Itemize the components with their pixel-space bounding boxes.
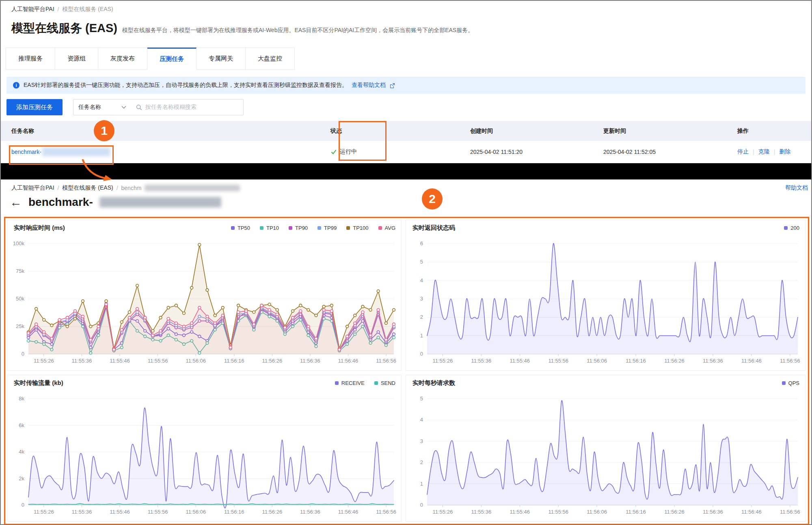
legend-item-TP90[interactable]: TP90 — [289, 225, 308, 231]
response-time-chart[interactable]: 025k50k75k100k11:55:2611:55:3611:55:4611… — [8, 236, 400, 369]
legend-item-RECEIVE[interactable]: RECEIVE — [335, 380, 365, 386]
svg-text:11:55:56: 11:55:56 — [148, 358, 168, 364]
detail-title-redacted — [99, 197, 221, 207]
svg-text:11:55:56: 11:55:56 — [148, 509, 168, 515]
svg-text:3: 3 — [420, 438, 423, 444]
svg-text:11:55:36: 11:55:36 — [72, 509, 92, 515]
svg-text:50k: 50k — [16, 296, 24, 302]
legend-swatch — [346, 226, 350, 230]
col-created: 创建时间 — [470, 127, 603, 135]
page-subtitle: 模型在线服务平台，将模型一键部署为在线推理服务或AI-Web应用。EAS目前不区… — [122, 27, 473, 34]
annotation-arrow — [78, 158, 117, 183]
status-badge: 运行中 — [340, 148, 357, 156]
task-detail-section: 人工智能平台PAI / 模型在线服务 (EAS) / benchm 帮助文档 ←… — [1, 179, 811, 525]
add-stress-task-button[interactable]: 添加压测任务 — [6, 99, 63, 115]
breadcrumb-item-eas[interactable]: 模型在线服务 (EAS) — [62, 184, 113, 192]
legend-item-200[interactable]: 200 — [784, 225, 799, 231]
search-input[interactable]: 按任务名称模糊搜索 — [131, 104, 243, 111]
svg-text:11:55:36: 11:55:36 — [72, 358, 92, 364]
filter-field-select[interactable]: 任务名称 — [73, 104, 131, 111]
toolbar: 添加压测任务 任务名称 按任务名称模糊搜索 — [6, 99, 244, 115]
page-title: 模型在线服务 (EAS) — [11, 20, 117, 37]
svg-text:8k: 8k — [19, 395, 24, 402]
annotation-badge-1: 1 — [94, 120, 114, 141]
tab-dashboard-monitor[interactable]: 大盘监控 — [246, 48, 295, 70]
banner-help-link[interactable]: 查看帮助文档 — [352, 82, 386, 89]
svg-text:11:56:26: 11:56:26 — [664, 358, 685, 364]
svg-text:11:55:26: 11:55:26 — [34, 358, 54, 364]
legend-item-AVG[interactable]: AVG — [378, 225, 396, 231]
task-name-link[interactable]: benchmark- — [11, 149, 41, 155]
col-actions: 操作 — [737, 127, 811, 135]
legend-item-SEND[interactable]: SEND — [374, 380, 395, 386]
col-status: 状态 — [330, 127, 470, 135]
delete-action[interactable]: 删除 — [779, 148, 790, 156]
chart-panel-qps: 实时每秒请求数 QPS 01234511:55:2611:55:3611:55:… — [406, 375, 806, 522]
svg-text:0: 0 — [420, 351, 423, 357]
chart-title-status-code: 实时返回状态码 — [412, 224, 455, 232]
svg-text:11:56:46: 11:56:46 — [741, 358, 762, 364]
svg-text:11:56:56: 11:56:56 — [780, 358, 800, 364]
detail-header: ← benchmark- — [10, 196, 221, 209]
svg-text:11:55:36: 11:55:36 — [471, 509, 491, 515]
banner-text: EAS针对部署的服务提供一键压测功能，支持动态加压，自动寻找服务的负载上限，支持… — [24, 82, 348, 89]
legend-item-TP100[interactable]: TP100 — [346, 225, 368, 231]
qps-chart[interactable]: 01234511:55:2611:55:3611:55:4611:55:5611… — [407, 391, 804, 520]
svg-text:11:56:06: 11:56:06 — [587, 358, 607, 364]
stop-action[interactable]: 停止 — [737, 148, 749, 156]
legend-item-QPS[interactable]: QPS — [782, 380, 799, 386]
tab-inference-service[interactable]: 推理服务 — [6, 48, 55, 70]
chart-title-qps: 实时每秒请求数 — [412, 379, 455, 387]
help-doc-link[interactable]: 帮助文档 — [785, 184, 808, 192]
charts-highlight-box: 实时响应时间 (ms) TP50TP10TP90TP99TP100AVG 025… — [4, 217, 809, 525]
back-arrow-icon[interactable]: ← — [10, 196, 22, 208]
legend-swatch — [289, 226, 292, 230]
svg-text:1: 1 — [420, 481, 423, 487]
breadcrumb-detail: 人工智能平台PAI / 模型在线服务 (EAS) / benchm — [11, 184, 240, 192]
chart-title-traffic: 实时传输流量 (kb) — [14, 379, 63, 387]
clone-action[interactable]: 克隆 — [758, 148, 770, 156]
col-task-name: 任务名称 — [1, 127, 330, 135]
svg-text:11:55:56: 11:55:56 — [548, 509, 568, 515]
chart-legend: TP50TP10TP90TP99TP100AVG — [231, 225, 395, 231]
breadcrumb-separator: / — [58, 6, 59, 13]
svg-text:4: 4 — [420, 277, 423, 283]
svg-text:100k: 100k — [13, 240, 25, 246]
tab-dedicated-gateway[interactable]: 专属网关 — [197, 48, 246, 70]
svg-text:6: 6 — [420, 240, 423, 246]
chevron-down-icon — [121, 106, 126, 109]
svg-text:11:55:46: 11:55:46 — [510, 509, 530, 515]
breadcrumb-item-eas: 模型在线服务 (EAS) — [62, 6, 113, 13]
search-placeholder: 按任务名称模糊搜索 — [145, 104, 197, 111]
svg-text:11:56:16: 11:56:16 — [626, 358, 646, 364]
chart-panel-traffic: 实时传输流量 (kb) RECEIVESEND 02k4k6k8k11:55:2… — [7, 375, 402, 522]
svg-text:11:55:26: 11:55:26 — [34, 509, 54, 515]
detail-title: benchmark- — [28, 196, 93, 209]
tab-bar: 推理服务 资源组 灰度发布 压测任务 专属网关 大盘监控 — [6, 48, 295, 70]
svg-text:11:56:56: 11:56:56 — [780, 509, 800, 515]
svg-text:11:56:06: 11:56:06 — [186, 509, 206, 515]
breadcrumb-item-pai[interactable]: 人工智能平台PAI — [11, 6, 54, 13]
tab-gray-release[interactable]: 灰度发布 — [98, 48, 147, 70]
task-name-redacted — [42, 147, 110, 156]
filter-control: 任务名称 按任务名称模糊搜索 — [73, 99, 244, 115]
legend-item-TP10[interactable]: TP10 — [260, 225, 279, 231]
traffic-chart[interactable]: 02k4k6k8k11:55:2611:55:3611:55:4611:55:5… — [8, 391, 400, 520]
svg-text:25k: 25k — [16, 323, 24, 329]
legend-item-TP50[interactable]: TP50 — [231, 225, 250, 231]
action-divider: | — [753, 149, 754, 155]
tab-resource-group[interactable]: 资源组 — [55, 48, 98, 70]
legend-swatch — [378, 226, 382, 230]
svg-text:0: 0 — [420, 502, 423, 508]
breadcrumb: 人工智能平台PAI / 模型在线服务 (EAS) — [11, 6, 113, 13]
section-divider — [1, 163, 811, 179]
svg-text:11:56:46: 11:56:46 — [338, 358, 358, 364]
breadcrumb-item-pai[interactable]: 人工智能平台PAI — [11, 184, 54, 192]
legend-item-TP99[interactable]: TP99 — [317, 225, 337, 231]
tab-stress-test[interactable]: 压测任务 — [147, 48, 197, 70]
legend-swatch — [231, 226, 235, 230]
svg-text:11:55:56: 11:55:56 — [548, 358, 568, 364]
legend-swatch — [317, 226, 321, 230]
search-icon — [136, 104, 142, 110]
status-code-chart[interactable]: 012345611:55:2611:55:3611:55:4611:55:561… — [407, 236, 804, 369]
